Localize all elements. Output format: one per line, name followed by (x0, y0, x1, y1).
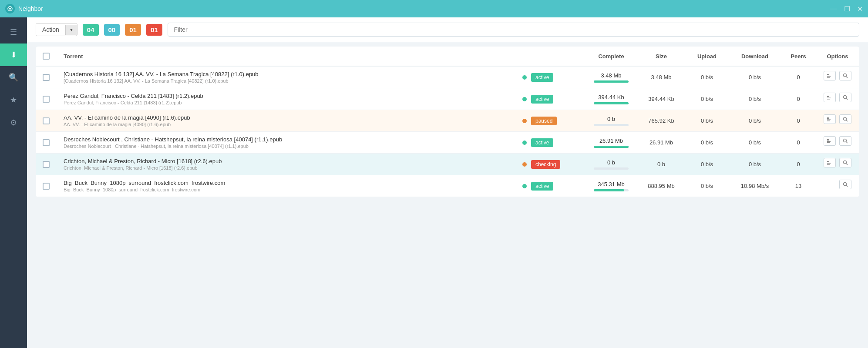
torrent-sub: AA. VV. - El camino de la magia [4090] (… (64, 122, 508, 127)
row-upload-cell: 0 b/s (685, 110, 729, 132)
svg-point-27 (844, 183, 847, 186)
row-complete-cell: 26.91 Mb (585, 132, 637, 154)
select-all-checkbox[interactable] (43, 53, 50, 60)
sidebar: ☰ ⬇ 🔍 ★ ⚙ (0, 17, 27, 348)
torrent-tbody: [Cuadernos Historia 16 132] AA. VV. - La… (36, 66, 859, 197)
col-upload: Upload (685, 47, 729, 66)
option-search-button[interactable] (839, 71, 851, 80)
row-peers-cell: 0 (781, 154, 816, 175)
row-size-cell: 26.91 Mb (637, 132, 685, 154)
row-options-cell (816, 88, 859, 107)
action-button[interactable]: Action ▼ (36, 23, 77, 36)
row-status-cell: active (515, 66, 585, 88)
row-checkbox-4[interactable] (43, 161, 50, 168)
progress-bar (594, 124, 629, 126)
svg-point-20 (844, 139, 847, 142)
torrent-name: Desroches Noblecourt , Christiane - Hats… (64, 136, 508, 143)
star-icon: ★ (10, 95, 17, 105)
row-checkbox-cell (36, 66, 57, 88)
filter-input[interactable] (168, 23, 859, 37)
status-dot (522, 184, 527, 188)
row-status-cell: active (515, 132, 585, 154)
minimize-button[interactable]: — (830, 5, 837, 13)
row-status-cell: checking (515, 154, 585, 175)
row-status-cell: active (515, 175, 585, 197)
svg-rect-12 (827, 117, 829, 119)
svg-point-15 (844, 117, 847, 120)
row-complete-cell: 345.31 Mb (585, 175, 637, 197)
complete-value: 0 b (592, 159, 630, 166)
option-search-button[interactable] (839, 114, 851, 124)
col-complete: Complete (585, 47, 637, 66)
svg-rect-23 (827, 163, 831, 164)
row-download-cell: 0 b/s (729, 88, 781, 110)
row-peers-cell: 0 (781, 88, 816, 110)
row-upload-cell: 0 b/s (685, 132, 729, 154)
col-peers: Peers (781, 47, 816, 66)
table-header-row: Torrent Complete Size Upload Download Pe… (36, 47, 859, 66)
row-options-cell (816, 175, 859, 194)
row-complete-cell: 0 b (585, 154, 637, 175)
row-checkbox-3[interactable] (43, 139, 50, 146)
row-checkbox-0[interactable] (43, 74, 50, 81)
status-badge: active (531, 182, 553, 191)
row-checkbox-5[interactable] (43, 183, 50, 190)
badge-active: 00 (104, 24, 120, 36)
main-content: Action ▼ 04 00 01 01 Torrent Comp (27, 17, 868, 348)
col-checkbox (36, 47, 57, 66)
option-search-button[interactable] (839, 136, 851, 146)
action-label: Action (36, 23, 65, 36)
action-arrow-icon: ▼ (65, 25, 77, 35)
sidebar-item-downloads[interactable]: ⬇ (0, 44, 27, 66)
badge-paused: 01 (125, 24, 141, 36)
row-checkbox-1[interactable] (43, 96, 50, 103)
complete-value: 394.44 Kb (592, 94, 630, 100)
row-checkbox-cell (36, 154, 57, 175)
torrent-sub: Perez Gandul, Francisco - Celda 211 [148… (64, 100, 508, 105)
row-size-cell: 3.48 Mb (637, 66, 685, 88)
row-upload-cell: 0 b/s (685, 66, 729, 88)
close-button[interactable]: ✕ (857, 5, 863, 13)
sidebar-item-settings[interactable]: ⚙ (0, 111, 27, 134)
torrent-sub: [Cuadernos Historia 16 132] AA. VV. - La… (64, 78, 508, 84)
row-download-cell: 10.98 Mb/s (729, 175, 781, 197)
status-dot (522, 141, 527, 145)
svg-rect-19 (827, 142, 830, 143)
torrent-table: Torrent Complete Size Upload Download Pe… (36, 47, 859, 197)
option-search-button[interactable] (839, 158, 851, 167)
progress-fill (594, 80, 629, 83)
sidebar-item-search[interactable]: 🔍 (0, 66, 27, 89)
sidebar-item-menu[interactable]: ☰ (0, 21, 27, 44)
row-peers-cell: 13 (781, 175, 816, 197)
option-info-button[interactable] (824, 158, 836, 167)
row-upload-cell: 0 b/s (685, 175, 729, 197)
svg-rect-17 (827, 139, 829, 141)
torrent-name: AA. VV. - El camino de la magia [4090] (… (64, 114, 508, 121)
option-info-button[interactable] (824, 71, 836, 80)
torrent-name: [Cuadernos Historia 16 132] AA. VV. - La… (64, 71, 508, 77)
svg-rect-14 (827, 120, 830, 121)
row-size-cell: 888.95 Mb (637, 175, 685, 197)
maximize-button[interactable]: ☐ (844, 5, 850, 13)
row-checkbox-cell (36, 110, 57, 132)
svg-point-25 (844, 161, 847, 164)
status-dot (522, 119, 527, 123)
svg-rect-9 (827, 99, 830, 100)
option-search-button[interactable] (839, 93, 851, 102)
option-info-button[interactable] (824, 93, 836, 102)
svg-line-26 (846, 164, 848, 165)
row-torrent-name-cell: [Cuadernos Historia 16 132] AA. VV. - La… (57, 66, 515, 88)
row-size-cell: 765.92 Kb (637, 110, 685, 132)
svg-rect-13 (827, 120, 831, 120)
svg-rect-18 (827, 141, 831, 142)
sidebar-item-favorites[interactable]: ★ (0, 89, 27, 111)
option-info-button[interactable] (824, 136, 836, 146)
status-badge: active (531, 95, 553, 104)
svg-rect-8 (827, 98, 831, 99)
option-search-button[interactable] (839, 180, 851, 189)
option-info-button[interactable] (824, 114, 836, 124)
complete-value: 26.91 Mb (592, 137, 630, 144)
torrent-sub: Big_Buck_Bunny_1080p_surround_frostclick… (64, 187, 508, 192)
toolbar: Action ▼ 04 00 01 01 (27, 17, 868, 42)
row-checkbox-2[interactable] (43, 117, 50, 124)
